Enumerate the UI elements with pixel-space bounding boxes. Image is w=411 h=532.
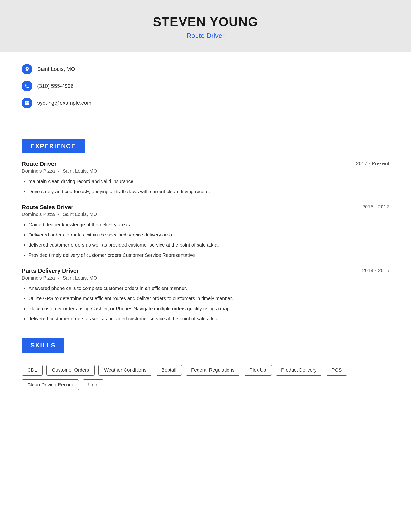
job-bullets-2: Gained deeper knowledge of the delivery … <box>22 221 389 259</box>
job-block-1: Route Driver 2017 - Present Domino's Piz… <box>0 161 411 195</box>
job-bullets-3: Answered phone calls to complete custome… <box>22 285 389 322</box>
email-text: syoung@example.com <box>37 100 91 106</box>
skills-section: SKILLS CDL Customer Orders Weather Condi… <box>0 331 411 390</box>
job-title-1: Route Driver <box>22 161 56 167</box>
job-bullets-1: maintain clean driving record and valid … <box>22 178 389 195</box>
location-text: Saint Louis, MO <box>37 66 75 72</box>
email-icon <box>22 98 32 108</box>
skill-tag-cdl: CDL <box>22 365 43 376</box>
location-item: Saint Louis, MO <box>22 64 389 75</box>
bullet-item: Provided timely delivery of customer ord… <box>28 251 389 259</box>
job-company-1: Domino's Pizza Saint Louis, MO <box>22 168 389 174</box>
phone-text: (310) 555-4996 <box>37 83 74 89</box>
experience-header: EXPERIENCE <box>22 139 85 153</box>
skills-header: SKILLS <box>22 338 64 352</box>
bullet-item: Delivered orders to routes within the sp… <box>28 231 389 238</box>
phone-item: (310) 555-4996 <box>22 81 389 91</box>
bullet-item: Utilize GPS to determine most efficient … <box>28 295 389 302</box>
job-header-3: Parts Delivery Driver 2014 - 2015 <box>22 267 389 274</box>
bullet-item: Drive safely and courteously, obeying al… <box>28 188 389 195</box>
skill-tag-weather-conditions: Weather Conditions <box>98 365 152 376</box>
skill-tag-customer-orders: Customer Orders <box>47 365 94 376</box>
bullet-item: maintain clean driving record and valid … <box>28 178 389 185</box>
bullet-item: Gained deeper knowledge of the delivery … <box>28 221 389 228</box>
header-section: STEVEN YOUNG Route Driver <box>0 0 411 52</box>
experience-section: EXPERIENCE Route Driver 2017 - Present D… <box>0 132 411 322</box>
divider-bottom <box>22 400 389 400</box>
skills-tags-container: CDL Customer Orders Weather Conditions B… <box>0 365 411 390</box>
job-title-2: Route Sales Driver <box>22 204 73 211</box>
email-item: syoung@example.com <box>22 98 389 108</box>
skill-tag-unix: Unix <box>83 380 103 390</box>
job-company-2: Domino's Pizza Saint Louis, MO <box>22 212 389 217</box>
skill-tag-pick-up: Pick Up <box>244 365 272 376</box>
candidate-name: STEVEN YOUNG <box>5 15 406 29</box>
location-icon <box>22 64 32 75</box>
skill-tag-clean-driving-record: Clean Driving Record <box>22 380 79 390</box>
bullet-item: delivered customer orders as well as pro… <box>28 315 389 322</box>
skill-tag-bobtail: Bobtail <box>156 365 182 376</box>
bullet-item: Answered phone calls to complete custome… <box>28 285 389 292</box>
phone-icon <box>22 81 32 91</box>
contact-section: Saint Louis, MO (310) 555-4996 syoung@ex… <box>0 52 411 122</box>
skill-tag-product-delivery: Product Delivery <box>276 365 322 376</box>
job-company-3: Domino's Pizza Saint Louis, MO <box>22 275 389 281</box>
candidate-title: Route Driver <box>5 32 406 40</box>
bullet-item: Place customer orders using Cashier, or … <box>28 305 389 312</box>
skill-tag-federal-regulations: Federal Regulations <box>186 365 240 376</box>
job-header-2: Route Sales Driver 2015 - 2017 <box>22 204 389 211</box>
divider-1 <box>22 127 389 127</box>
bullet-item: delivered customer orders as well as pro… <box>28 241 389 249</box>
job-dates-3: 2014 - 2015 <box>362 267 389 273</box>
job-block-2: Route Sales Driver 2015 - 2017 Domino's … <box>0 204 411 259</box>
job-title-3: Parts Delivery Driver <box>22 267 79 274</box>
job-block-3: Parts Delivery Driver 2014 - 2015 Domino… <box>0 267 411 322</box>
skills-tags: CDL Customer Orders Weather Conditions B… <box>22 365 389 390</box>
job-dates-2: 2015 - 2017 <box>362 204 389 210</box>
skill-tag-pos: POS <box>326 365 347 376</box>
job-dates-1: 2017 - Present <box>356 161 389 166</box>
job-header-1: Route Driver 2017 - Present <box>22 161 389 167</box>
